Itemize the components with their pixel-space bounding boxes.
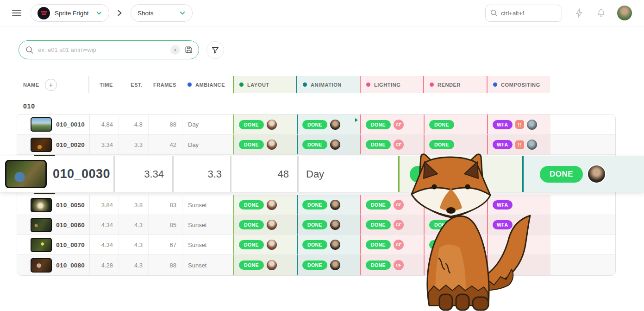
- assignee-avatar[interactable]: [527, 140, 537, 150]
- animation-cell[interactable]: DONE: [297, 195, 360, 215]
- assignee-avatar[interactable]: [267, 240, 277, 250]
- status-badge[interactable]: WFA: [493, 140, 513, 149]
- table-row[interactable]: 010_0010 4.84 4.8 88 Day DONE DONE DONE …: [17, 114, 615, 135]
- status-badge[interactable]: DONE: [366, 240, 391, 249]
- assignee-avatar[interactable]: [267, 220, 277, 230]
- context-name: Shots: [138, 10, 175, 17]
- layout-cell[interactable]: DONE: [233, 255, 297, 275]
- shot-thumbnail[interactable]: [5, 160, 47, 188]
- lighting-cell[interactable]: DONE CF: [360, 135, 424, 154]
- assignee-avatar[interactable]: [330, 140, 340, 150]
- shot-name[interactable]: 010_0080: [56, 262, 85, 269]
- add-column-button[interactable]: +: [45, 79, 57, 91]
- layout-cell[interactable]: DONE: [233, 215, 297, 235]
- notifications-bell-icon[interactable]: [596, 8, 606, 18]
- assignee-initials[interactable]: CF: [394, 120, 404, 130]
- shot-name[interactable]: 010_0070: [56, 241, 85, 248]
- menu-icon[interactable]: [12, 10, 21, 16]
- activity-icon[interactable]: [574, 8, 584, 18]
- status-badge[interactable]: DONE: [429, 140, 454, 149]
- layout-cell[interactable]: DONE: [233, 235, 297, 254]
- global-search[interactable]: [485, 5, 562, 22]
- status-badge[interactable]: DONE: [366, 200, 391, 209]
- animation-cell[interactable]: DONE: [297, 235, 360, 254]
- zoomed-row[interactable]: 010_0030 3.34 3.3 48 Day DONE DONE: [0, 156, 644, 192]
- assignee-avatar[interactable]: [330, 260, 340, 270]
- status-badge[interactable]: WFA: [493, 120, 513, 129]
- assignee-avatar[interactable]: [330, 200, 340, 210]
- status-badge[interactable]: DONE: [302, 240, 327, 249]
- shot-name[interactable]: 010_0030: [53, 167, 110, 181]
- status-badge[interactable]: DONE: [429, 120, 454, 129]
- save-filter-button[interactable]: [184, 45, 193, 54]
- shot-thumbnail[interactable]: [31, 198, 52, 212]
- column-header-time[interactable]: TIME: [89, 76, 119, 93]
- shot-name[interactable]: 010_0010: [56, 121, 85, 128]
- animation-cell[interactable]: DONE: [297, 255, 360, 275]
- shot-name[interactable]: 010_0060: [56, 222, 85, 228]
- animation-cell[interactable]: DONE: [297, 215, 360, 235]
- shot-name[interactable]: 010_0020: [56, 141, 85, 148]
- layout-cell[interactable]: DONE: [233, 195, 297, 215]
- lighting-cell[interactable]: DONE CF: [360, 114, 424, 134]
- clear-filter-button[interactable]: x: [170, 45, 180, 55]
- status-badge[interactable]: DONE: [302, 120, 327, 129]
- table-row[interactable]: 010_0020 3.34 3.3 42 Day DONE DONE DONE …: [17, 135, 615, 155]
- status-badge[interactable]: DONE: [366, 140, 391, 149]
- column-header-render[interactable]: RENDER: [423, 76, 487, 93]
- shot-thumbnail[interactable]: [31, 258, 52, 273]
- status-badge[interactable]: DONE: [239, 260, 264, 270]
- assignee-avatar[interactable]: [267, 200, 277, 210]
- shot-thumbnail[interactable]: [31, 117, 52, 132]
- layout-cell[interactable]: DONE: [233, 135, 297, 154]
- shot-name[interactable]: 010_0050: [56, 202, 85, 209]
- animation-cell[interactable]: DONE: [297, 135, 360, 154]
- status-badge[interactable]: DONE: [302, 220, 327, 229]
- assignee-avatar[interactable]: [330, 240, 340, 250]
- column-header-layout[interactable]: LAYOUT: [233, 76, 296, 93]
- context-selector[interactable]: Shots: [131, 4, 193, 22]
- compositing-cell[interactable]: WFA !!: [487, 114, 550, 134]
- column-header-frames[interactable]: FRAMES: [148, 76, 182, 93]
- column-header-ambiance[interactable]: AMBIANCE: [182, 76, 233, 93]
- column-header-compositing[interactable]: COMPOSITING: [487, 76, 550, 93]
- status-badge[interactable]: DONE: [302, 140, 327, 149]
- shot-thumbnail[interactable]: [31, 138, 52, 152]
- animation-cell[interactable]: DONE: [522, 156, 644, 192]
- status-badge[interactable]: DONE: [302, 260, 327, 270]
- user-avatar[interactable]: [617, 6, 632, 20]
- status-badge[interactable]: DONE: [302, 200, 327, 209]
- assignee-avatar[interactable]: [330, 120, 340, 130]
- shot-thumbnail[interactable]: [31, 238, 52, 252]
- render-cell[interactable]: DONE: [424, 135, 487, 154]
- shot-filter-input[interactable]: [38, 46, 166, 53]
- assignee-avatar[interactable]: [330, 220, 340, 230]
- status-badge[interactable]: DONE: [366, 120, 391, 129]
- assignee-avatar[interactable]: [527, 120, 537, 130]
- global-search-input[interactable]: [501, 10, 547, 17]
- render-cell[interactable]: DONE: [424, 114, 487, 134]
- project-selector[interactable]: Sprite Fright: [31, 4, 109, 22]
- compositing-cell[interactable]: WFA !!: [487, 135, 550, 154]
- status-badge[interactable]: DONE: [366, 260, 391, 270]
- status-badge[interactable]: DONE: [366, 220, 391, 229]
- column-header-animation[interactable]: ANIMATION: [296, 76, 360, 93]
- column-header-lighting[interactable]: LIGHTING: [360, 76, 423, 93]
- status-badge[interactable]: DONE: [239, 120, 264, 129]
- assignee-avatar[interactable]: [267, 120, 277, 130]
- animation-cell[interactable]: DONE: [297, 114, 360, 134]
- assignee-avatar[interactable]: [588, 165, 605, 183]
- layout-cell[interactable]: DONE: [233, 114, 297, 134]
- status-badge[interactable]: DONE: [239, 200, 264, 209]
- status-badge[interactable]: DONE: [239, 140, 264, 149]
- assignee-avatar[interactable]: [267, 260, 277, 270]
- filter-button[interactable]: [206, 41, 224, 59]
- assignee-avatar[interactable]: [267, 140, 277, 150]
- assignee-initials[interactable]: CF: [394, 140, 404, 150]
- shot-thumbnail[interactable]: [31, 218, 52, 232]
- status-badge[interactable]: DONE: [239, 220, 264, 229]
- shot-filter[interactable]: x: [19, 40, 199, 59]
- status-badge[interactable]: DONE: [540, 166, 583, 183]
- status-badge[interactable]: DONE: [239, 240, 264, 249]
- column-header-est[interactable]: EST.: [119, 76, 148, 93]
